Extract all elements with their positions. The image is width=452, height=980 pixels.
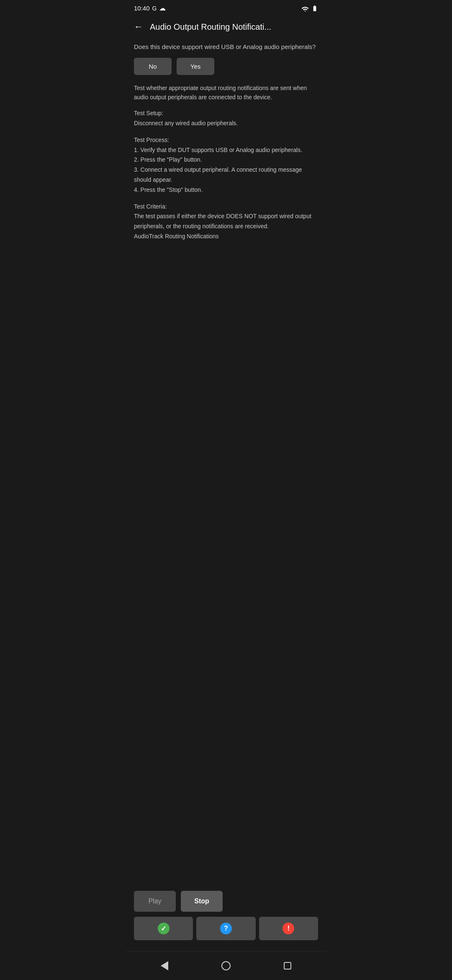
pass-icon: ✓ (158, 923, 170, 934)
triangle-back-shape (161, 961, 168, 970)
action-area: Play Stop ✓ ? ! (126, 882, 326, 951)
pass-button[interactable]: ✓ (134, 917, 193, 940)
question-text: Does this device support wired USB or An… (134, 42, 318, 52)
recents-nav-icon (282, 961, 293, 971)
play-button[interactable]: Play (134, 891, 176, 912)
google-icon: G (152, 5, 157, 12)
circle-home-shape (221, 961, 231, 970)
status-bar-left: 10:40 G ☁ (134, 4, 166, 12)
audio-track-label: AudioTrack Routing Notifications (134, 233, 219, 240)
test-setup-section: Test Setup: Disconnect any wired audio p… (134, 108, 318, 129)
recents-nav-button[interactable] (279, 957, 296, 974)
back-nav-icon (159, 961, 170, 971)
test-process-step1: 1. Verify that the DUT supports USB or A… (134, 147, 302, 153)
no-button[interactable]: No (134, 58, 172, 75)
home-nav-icon (221, 961, 231, 971)
test-setup-detail: Disconnect any wired audio peripherals. (134, 120, 238, 126)
nav-bar (126, 951, 326, 980)
battery-icon (311, 5, 318, 12)
fail-button[interactable]: ! (259, 917, 318, 940)
content-area: Does this device support wired USB or An… (126, 39, 326, 882)
test-process-step2: 2. Press the "Play" button. (134, 156, 202, 163)
test-criteria-label: Test Criteria: (134, 203, 167, 210)
wifi-icon (301, 5, 309, 11)
test-process-label: Test Process: (134, 137, 169, 143)
test-setup-label: Test Setup: (134, 110, 163, 116)
test-criteria-text: The test passes if either the device DOE… (134, 213, 311, 230)
description-text: Test whether appropriate output routing … (134, 83, 318, 102)
info-icon: ? (220, 923, 232, 934)
back-button[interactable]: ← (132, 20, 145, 34)
yes-button[interactable]: Yes (177, 58, 214, 75)
play-stop-row: Play Stop (134, 891, 318, 912)
page-title: Audio Output Routing Notificati... (150, 22, 320, 32)
status-time: 10:40 (134, 5, 150, 12)
info-button[interactable]: ? (196, 917, 255, 940)
test-process-section: Test Process: 1. Verify that the DUT sup… (134, 135, 318, 195)
test-process-step4: 4. Press the "Stop" button. (134, 186, 203, 193)
status-bar: 10:40 G ☁ (126, 0, 326, 15)
yes-no-buttons: No Yes (134, 58, 318, 75)
square-recents-shape (284, 962, 291, 970)
home-nav-button[interactable] (218, 957, 234, 974)
cloud-icon: ☁ (159, 4, 166, 12)
fail-icon: ! (282, 923, 294, 934)
stop-button[interactable]: Stop (181, 891, 223, 912)
result-buttons-row: ✓ ? ! (134, 917, 318, 940)
status-bar-right (301, 5, 318, 12)
back-nav-button[interactable] (156, 957, 173, 974)
header: ← Audio Output Routing Notificati... (126, 15, 326, 39)
test-process-step3: 3. Connect a wired output peripheral. A … (134, 166, 302, 183)
test-criteria-section: Test Criteria: The test passes if either… (134, 202, 318, 242)
